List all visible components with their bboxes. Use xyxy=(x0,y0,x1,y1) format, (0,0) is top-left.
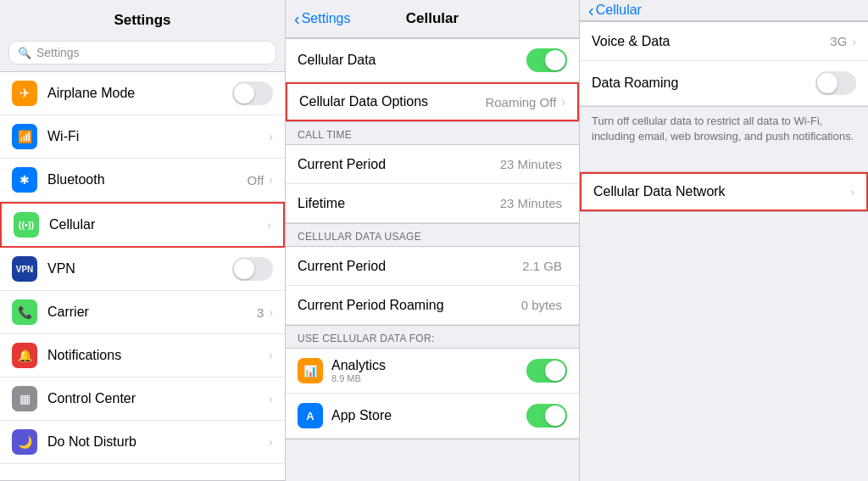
voice-data-value: 3G xyxy=(830,34,847,48)
sidebar-item-notifications[interactable]: 🔔 Notifications › xyxy=(0,334,285,378)
cellular-title: Cellular xyxy=(406,10,459,27)
cellular-data-options-item[interactable]: Cellular Data Options Roaming Off › xyxy=(286,82,579,121)
app-store-row: A App Store xyxy=(298,403,526,428)
cellular-data-options-chevron: › xyxy=(561,95,565,109)
voice-data-chevron: › xyxy=(852,35,856,48)
right-back-button[interactable]: ‹ Cellular xyxy=(588,1,642,20)
apps-list: 📊 Analytics 8.9 MB A App Store xyxy=(286,348,579,439)
airplane-mode-label: Airplane Mode xyxy=(47,86,232,101)
cellular-back-button[interactable]: ‹ Settings xyxy=(294,9,350,29)
sidebar-item-wifi[interactable]: 📶 Wi-Fi › xyxy=(0,115,285,159)
cellular-data-label: Cellular Data xyxy=(298,53,526,68)
lifetime-value: 23 Minutes xyxy=(500,196,562,210)
data-usage-list: Current Period 2.1 GB Current Period Roa… xyxy=(286,246,579,326)
control-center-icon: ▦ xyxy=(12,386,37,411)
current-period-call-value: 23 Minutes xyxy=(500,157,562,171)
airplane-mode-toggle[interactable] xyxy=(232,81,273,105)
right-bottom-list: Cellular Data Network › xyxy=(580,171,868,212)
section-gap xyxy=(580,154,868,171)
cellular-data-network-chevron: › xyxy=(850,185,854,199)
analytics-label: Analytics xyxy=(331,358,526,373)
analytics-app-icon: 📊 xyxy=(298,358,323,383)
analytics-sub: 8.9 MB xyxy=(331,373,526,383)
search-icon: 🔍 xyxy=(18,47,31,59)
cellular-chevron: › xyxy=(267,218,271,232)
airplane-mode-icon: ✈ xyxy=(12,81,37,106)
sidebar-item-do-not-disturb[interactable]: 🌙 Do Not Disturb › xyxy=(0,421,285,464)
lifetime-item[interactable]: Lifetime 23 Minutes xyxy=(286,184,579,223)
bluetooth-value: Off xyxy=(248,173,264,187)
right-top-list: Voice & Data 3G › Data Roaming xyxy=(580,21,868,107)
notifications-label: Notifications xyxy=(47,348,269,363)
sidebar-item-carrier[interactable]: 📞 Carrier 3 › xyxy=(0,291,285,334)
wifi-chevron: › xyxy=(269,130,273,143)
call-time-list: Current Period 23 Minutes ➜ Lifetime 23 … xyxy=(286,144,579,224)
wifi-label: Wi-Fi xyxy=(47,129,269,144)
cellular-top-list: Cellular Data Cellular Data Options Roam… xyxy=(286,38,579,122)
app-store-label-wrap: App Store xyxy=(331,408,526,423)
sidebar-item-vpn[interactable]: VPN VPN xyxy=(0,248,285,291)
lifetime-label: Lifetime xyxy=(298,196,500,211)
call-time-section-header: CALL TIME xyxy=(286,122,579,144)
analytics-toggle[interactable] xyxy=(526,359,567,383)
data-roaming-item[interactable]: Data Roaming xyxy=(580,61,868,106)
current-period-data-label: Current Period xyxy=(298,259,522,274)
search-bar[interactable]: 🔍 Settings xyxy=(8,41,276,64)
current-period-roaming-item[interactable]: Current Period Roaming 0 bytes xyxy=(286,286,579,325)
search-container: 🔍 Settings xyxy=(0,36,285,71)
control-center-label: Control Center xyxy=(47,391,269,406)
current-period-call-item[interactable]: Current Period 23 Minutes ➜ xyxy=(286,145,579,184)
bluetooth-chevron: › xyxy=(269,173,273,187)
cellular-data-network-item[interactable]: Cellular Data Network › xyxy=(580,172,868,211)
cellular-back-label: Settings xyxy=(302,11,351,26)
carrier-value: 3 xyxy=(257,305,264,320)
cellular-data-item[interactable]: Cellular Data xyxy=(286,39,579,82)
left-panel: Settings 🔍 Settings ✈ Airplane Mode 📶 Wi… xyxy=(0,0,286,481)
carrier-chevron: › xyxy=(269,305,273,319)
do-not-disturb-icon: 🌙 xyxy=(12,429,37,455)
do-not-disturb-chevron: › xyxy=(269,435,273,449)
right-header: ‹ Cellular xyxy=(580,0,868,21)
right-back-chevron: ‹ xyxy=(588,1,594,20)
settings-list: ✈ Airplane Mode 📶 Wi-Fi › ✱ Bluetooth Of… xyxy=(0,71,285,481)
cellular-icon: ((•)) xyxy=(14,212,39,238)
sidebar-item-cellular[interactable]: ((•)) Cellular › xyxy=(0,202,285,248)
cellular-header: ‹ Settings Cellular xyxy=(286,0,579,38)
vpn-toggle[interactable] xyxy=(232,257,273,281)
cellular-data-toggle[interactable] xyxy=(526,48,567,72)
data-roaming-description: Turn off cellular data to restrict all d… xyxy=(580,107,868,154)
sidebar-item-control-center[interactable]: ▦ Control Center › xyxy=(0,378,285,421)
left-panel-title: Settings xyxy=(0,0,285,36)
app-store-item[interactable]: A App Store xyxy=(286,394,579,439)
app-store-toggle[interactable] xyxy=(526,404,567,428)
notifications-icon: 🔔 xyxy=(12,343,37,368)
vpn-icon: VPN xyxy=(12,256,37,282)
control-center-chevron: › xyxy=(269,392,273,405)
carrier-icon: 📞 xyxy=(12,299,37,325)
analytics-item[interactable]: 📊 Analytics 8.9 MB xyxy=(286,349,579,394)
current-period-data-item[interactable]: Current Period 2.1 GB xyxy=(286,247,579,286)
cellular-data-network-label: Cellular Data Network xyxy=(593,184,850,199)
current-period-call-label: Current Period xyxy=(298,157,500,172)
current-period-roaming-value: 0 bytes xyxy=(521,298,562,312)
vpn-label: VPN xyxy=(47,261,232,277)
cellular-back-chevron: ‹ xyxy=(294,9,300,29)
right-back-label: Cellular xyxy=(596,3,642,18)
app-store-icon: A xyxy=(298,403,323,428)
current-period-data-value: 2.1 GB xyxy=(522,259,562,273)
bluetooth-icon: ✱ xyxy=(12,167,37,193)
voice-data-item[interactable]: Voice & Data 3G › xyxy=(580,22,868,61)
current-period-roaming-label: Current Period Roaming xyxy=(298,298,521,313)
analytics-row: 📊 Analytics 8.9 MB xyxy=(298,358,526,383)
data-roaming-toggle[interactable] xyxy=(815,71,856,95)
cellular-label: Cellular xyxy=(49,217,267,232)
app-store-label: App Store xyxy=(331,408,526,423)
search-input[interactable]: Settings xyxy=(36,46,80,59)
do-not-disturb-label: Do Not Disturb xyxy=(47,434,269,450)
sidebar-item-airplane-mode[interactable]: ✈ Airplane Mode xyxy=(0,72,285,115)
cellular-data-options-value: Roaming Off xyxy=(485,95,556,109)
sidebar-item-bluetooth[interactable]: ✱ Bluetooth Off › xyxy=(0,159,285,202)
middle-panel: ‹ Settings Cellular Cellular Data Cellul… xyxy=(286,0,580,481)
analytics-label-wrap: Analytics 8.9 MB xyxy=(331,358,526,383)
voice-data-label: Voice & Data xyxy=(592,34,830,49)
